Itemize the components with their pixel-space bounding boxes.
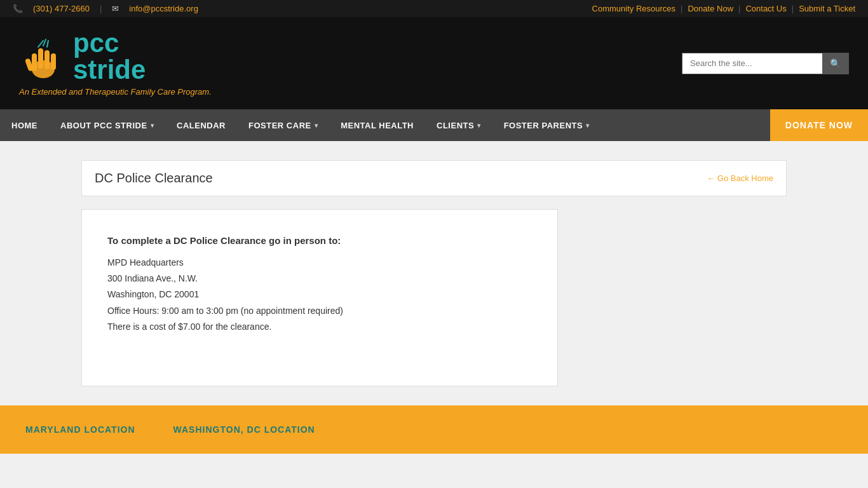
donate-button[interactable]: DONATE NOW — [770, 109, 868, 141]
nav-mental-health[interactable]: MENTAL HEALTH — [329, 109, 425, 141]
footer-columns: MARYLAND LOCATION WASHINGTON, DC LOCATIO… — [25, 424, 843, 435]
nav-foster-parents-arrow: ▾ — [586, 122, 590, 129]
nav-foster-care-label: FOSTER CARE — [248, 121, 311, 130]
phone-link[interactable]: (301) 477-2660 — [33, 4, 90, 13]
submit-ticket-link[interactable]: Submit a Ticket — [799, 4, 855, 13]
footer: MARYLAND LOCATION WASHINGTON, DC LOCATIO… — [0, 405, 868, 454]
top-bar-links: Community Resources | Donate Now | Conta… — [592, 4, 855, 13]
logo-text: pcc stride — [73, 30, 146, 83]
email-link[interactable]: info@pccstride.org — [129, 4, 198, 13]
content-heading: To complete a DC Police Clearance go in … — [107, 235, 532, 246]
main-nav: HOME ABOUT PCC STRIDE ▾ CALENDAR FOSTER … — [0, 109, 868, 141]
page-title: DC Police Clearance — [95, 171, 213, 186]
content-line: MPD Headquarters — [107, 255, 532, 271]
nav-clients-label: CLIENTS — [437, 121, 474, 130]
nav-calendar[interactable]: CALENDAR — [165, 109, 237, 141]
footer-md-location: MARYLAND LOCATION — [25, 424, 135, 435]
logo-area: pcc stride An Extended and Therapeutic F… — [19, 30, 212, 97]
nav-about[interactable]: ABOUT PCC STRIDE ▾ — [49, 109, 165, 141]
svg-rect-4 — [51, 53, 56, 70]
go-back-link[interactable]: ← Go Back Home — [707, 173, 773, 183]
separator-2: | — [681, 4, 682, 13]
content-body: MPD Headquarters300 Indiana Ave., N.W.Wa… — [107, 255, 532, 335]
separator-3: | — [738, 4, 740, 13]
separator-4: | — [792, 4, 794, 13]
nav-clients[interactable]: CLIENTS ▾ — [425, 109, 492, 141]
search-container: 🔍 — [682, 53, 849, 74]
nav-about-label: ABOUT PCC STRIDE — [60, 121, 147, 130]
nav-foster-parents[interactable]: FOSTER PARENTS ▾ — [492, 109, 601, 141]
article-box: To complete a DC Police Clearance go in … — [81, 209, 558, 386]
content-line: Washington, DC 20001 — [107, 287, 532, 302]
main-content: DC Police Clearance ← Go Back Home To co… — [72, 160, 796, 386]
nav-foster-care[interactable]: FOSTER CARE ▾ — [237, 109, 329, 141]
nav-clients-arrow: ▾ — [477, 122, 481, 129]
top-bar-contact: 📞 (301) 477-2660 | ✉ info@pccstride.org — [13, 4, 198, 13]
logo-tagline: An Extended and Therapeutic Family Care … — [19, 87, 212, 97]
top-bar: 📞 (301) 477-2660 | ✉ info@pccstride.org … — [0, 0, 868, 17]
logo-stride: stride — [73, 57, 146, 83]
search-input[interactable] — [682, 53, 822, 74]
nav-foster-care-arrow: ▾ — [315, 122, 318, 129]
footer-dc-title: WASHINGTON, DC LOCATION — [173, 424, 315, 435]
svg-rect-2 — [38, 48, 43, 69]
site-header: pcc stride An Extended and Therapeutic F… — [0, 17, 868, 109]
search-button[interactable]: 🔍 — [822, 53, 848, 74]
nav-home[interactable]: HOME — [0, 109, 49, 141]
svg-line-6 — [38, 41, 43, 47]
content-line: There is a cost of $7.00 for the clearan… — [107, 319, 532, 335]
logo-pcc: pcc — [73, 30, 146, 57]
content-line: Office Hours: 9:00 am to 3:00 pm (no app… — [107, 303, 532, 319]
donate-now-link[interactable]: Donate Now — [688, 4, 733, 13]
logo-container: pcc stride — [19, 30, 212, 83]
logo-icon — [19, 31, 70, 82]
nav-foster-parents-label: FOSTER PARENTS — [504, 121, 583, 130]
content-line: 300 Indiana Ave., N.W. — [107, 271, 532, 287]
nav-items: HOME ABOUT PCC STRIDE ▾ CALENDAR FOSTER … — [0, 109, 770, 141]
contact-us-link[interactable]: Contact Us — [745, 4, 786, 13]
separator-1: | — [100, 4, 102, 13]
footer-dc-location: WASHINGTON, DC LOCATION — [173, 424, 315, 435]
email-icon: ✉ — [112, 4, 119, 13]
page-header-box: DC Police Clearance ← Go Back Home — [81, 160, 787, 196]
footer-md-title: MARYLAND LOCATION — [25, 424, 135, 435]
community-resources-link[interactable]: Community Resources — [592, 4, 676, 13]
nav-about-arrow: ▾ — [151, 122, 154, 129]
phone-icon: 📞 — [13, 4, 23, 13]
svg-rect-3 — [44, 50, 50, 69]
svg-line-8 — [47, 41, 48, 47]
search-form: 🔍 — [682, 53, 849, 74]
